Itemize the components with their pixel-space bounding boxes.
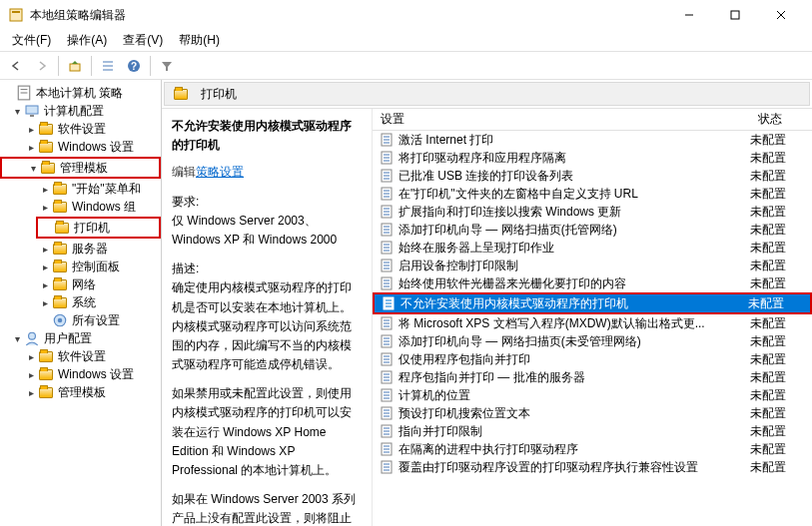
list-body[interactable]: 激活 Internet 打印未配置将打印驱动程序和应用程序隔离未配置已批准 US… (373, 131, 812, 526)
menubar: 文件(F) 操作(A) 查看(V) 帮助(H) (0, 30, 812, 52)
tree-u-windows[interactable]: ▸ Windows 设置 (0, 365, 161, 383)
tree-windows-group[interactable]: ▸ Windows 组 (0, 198, 161, 216)
tree-label: 所有设置 (72, 312, 120, 329)
setting-icon (379, 258, 395, 273)
chevron-right-icon[interactable]: ▸ (24, 387, 38, 398)
filter-button[interactable] (155, 55, 179, 77)
list-row[interactable]: 不允许安装使用内核模式驱动程序的打印机未配置 (375, 294, 810, 312)
row-label: 仅使用程序包指向并打印 (399, 351, 750, 368)
chevron-right-icon[interactable]: ▸ (38, 202, 52, 213)
back-button[interactable] (4, 55, 28, 77)
row-label: 不允许安装使用内核模式驱动程序的打印机 (401, 295, 748, 312)
row-label: 在隔离的进程中执行打印驱动程序 (399, 441, 750, 458)
menu-action[interactable]: 操作(A) (59, 29, 115, 52)
list-row[interactable]: 在隔离的进程中执行打印驱动程序未配置 (373, 440, 812, 458)
chevron-right-icon[interactable]: ▸ (38, 244, 52, 255)
list-row[interactable]: 覆盖由打印驱动程序设置的打印驱动程序执行兼容性设置未配置 (373, 458, 812, 476)
forward-button[interactable] (30, 55, 54, 77)
list-row[interactable]: 已批准 USB 连接的打印设备列表未配置 (373, 167, 812, 185)
chevron-right-icon[interactable]: ▸ (38, 297, 52, 308)
setting-icon (379, 387, 395, 403)
list-row[interactable]: 扩展指向和打印连接以搜索 Windows 更新未配置 (373, 203, 812, 221)
help-tb-button[interactable]: ? (122, 55, 146, 77)
menu-help[interactable]: 帮助(H) (171, 29, 228, 52)
list-row[interactable]: 预设打印机搜索位置文本未配置 (373, 404, 812, 422)
list-row[interactable]: 在"打印机"文件夹的左窗格中自定义支持 URL未配置 (373, 185, 812, 203)
tree-label: 本地计算机 策略 (36, 85, 123, 102)
row-label: 添加打印机向导 — 网络扫描页(未受管理网络) (399, 333, 750, 350)
list-row[interactable]: 激活 Internet 打印未配置 (373, 131, 812, 149)
list-row[interactable]: 添加打印机向导 — 网络扫描页(未受管理网络)未配置 (373, 332, 812, 350)
col-setting[interactable]: 设置 (373, 111, 750, 128)
desc-body: 确定使用内核模式驱动程序的打印机是否可以安装在本地计算机上。内核模式驱动程序可以… (172, 278, 362, 374)
tree-u-admin[interactable]: ▸ 管理模板 (0, 383, 161, 401)
list-row[interactable]: 启用设备控制打印限制未配置 (373, 257, 812, 274)
toolbar: ? (0, 52, 812, 80)
tree-server[interactable]: ▸ 服务器 (0, 240, 161, 258)
chevron-down-icon[interactable]: ▾ (10, 333, 24, 344)
tree-u-software[interactable]: ▸ 软件设置 (0, 347, 161, 365)
tree-all-settings[interactable]: 所有设置 (0, 311, 161, 329)
row-state: 未配置 (750, 150, 806, 167)
up-button[interactable] (63, 55, 87, 77)
tree-computer-config[interactable]: ▾ 计算机配置 (0, 102, 161, 120)
tree-label: 管理模板 (60, 160, 108, 177)
folder-icon (38, 384, 54, 400)
menu-view[interactable]: 查看(V) (115, 29, 171, 52)
tree-system[interactable]: ▸ 系统 (0, 293, 161, 311)
chevron-down-icon[interactable]: ▾ (26, 163, 40, 174)
tree-label: 服务器 (72, 241, 108, 258)
row-label: 激活 Internet 打印 (399, 132, 750, 149)
separator (58, 56, 59, 76)
tree-label: 管理模板 (58, 384, 106, 401)
row-state: 未配置 (750, 275, 806, 292)
folder-icon (52, 259, 68, 274)
chevron-right-icon[interactable]: ▸ (38, 262, 52, 272)
list-row[interactable]: 将 Microsoft XPS 文档写入程序(MXDW)默认输出格式更...未配… (373, 314, 812, 332)
svg-rect-1 (12, 11, 20, 13)
chevron-right-icon[interactable]: ▸ (24, 369, 38, 380)
list-row[interactable]: 程序包指向并打印 — 批准的服务器未配置 (373, 368, 812, 386)
detail-panel: 不允许安装使用内核模式驱动程序的打印机 编辑策略设置 要求: 仅 Windows… (162, 109, 372, 526)
tree-label: 系统 (72, 294, 96, 311)
chevron-right-icon[interactable]: ▸ (24, 351, 38, 362)
folder-icon (52, 199, 68, 215)
menu-file[interactable]: 文件(F) (4, 29, 59, 52)
chevron-right-icon[interactable]: ▸ (24, 142, 38, 153)
chevron-right-icon[interactable]: ▸ (24, 124, 38, 135)
minimize-button[interactable] (666, 0, 712, 30)
setting-icon (379, 351, 395, 367)
list-row[interactable]: 始终在服务器上呈现打印作业未配置 (373, 239, 812, 257)
tree-admin-templates[interactable]: ▾ 管理模板 (2, 159, 159, 177)
list-row[interactable]: 计算机的位置未配置 (373, 386, 812, 404)
tree-root[interactable]: 本地计算机 策略 (0, 84, 161, 102)
setting-icon (379, 150, 395, 166)
col-state[interactable]: 状态 (750, 111, 812, 128)
svg-rect-0 (10, 9, 22, 21)
tree-control-panel[interactable]: ▸ 控制面板 (0, 258, 161, 275)
tree-windows-settings[interactable]: ▸ Windows 设置 (0, 138, 161, 156)
tree-start-menu[interactable]: ▸ "开始"菜单和 (0, 180, 161, 198)
list-row[interactable]: 仅使用程序包指向并打印未配置 (373, 350, 812, 368)
list-row[interactable]: 将打印驱动程序和应用程序隔离未配置 (373, 149, 812, 167)
chevron-down-icon[interactable]: ▾ (10, 106, 24, 117)
req-label: 要求: (172, 193, 362, 212)
list-row[interactable]: 添加打印机向导 — 网络扫描页(托管网络)未配置 (373, 221, 812, 239)
close-button[interactable] (758, 0, 804, 30)
list-button[interactable] (96, 55, 120, 77)
list-row[interactable]: 指向并打印限制未配置 (373, 422, 812, 440)
row-label: 始终在服务器上呈现打印作业 (399, 240, 750, 257)
maximize-button[interactable] (712, 0, 758, 30)
setting-icon (379, 315, 395, 331)
tree-software-settings[interactable]: ▸ 软件设置 (0, 120, 161, 138)
row-state: 未配置 (750, 459, 806, 476)
tree-user-config[interactable]: ▾ 用户配置 (0, 329, 161, 347)
setting-icon (379, 441, 395, 457)
list-row[interactable]: 始终使用软件光栅器来光栅化要打印的内容未配置 (373, 274, 812, 292)
chevron-right-icon[interactable]: ▸ (38, 279, 52, 290)
tree-printers[interactable]: 打印机 (38, 219, 159, 237)
tree-network[interactable]: ▸ 网络 (0, 275, 161, 293)
row-state: 未配置 (750, 441, 806, 458)
edit-policy-link[interactable]: 策略设置 (196, 165, 244, 179)
chevron-right-icon[interactable]: ▸ (38, 184, 52, 195)
